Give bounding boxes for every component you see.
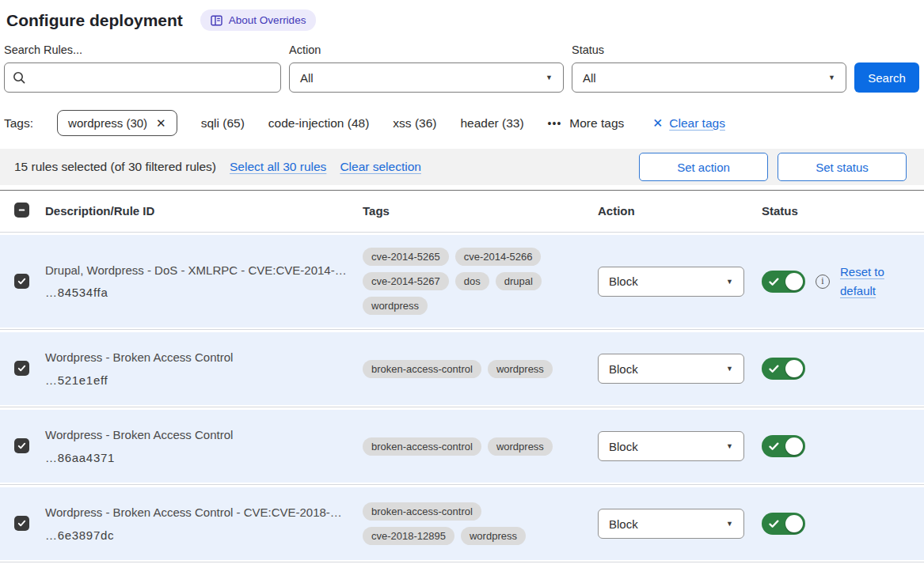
tag-pill: wordpress xyxy=(488,360,553,378)
tags-label: Tags: xyxy=(4,116,33,131)
rule-action-select[interactable]: Block ▼ xyxy=(598,354,744,384)
search-box[interactable] xyxy=(4,62,281,93)
table-row: Wordpress - Broken Access Control …86aa4… xyxy=(0,410,924,483)
rule-description: Wordpress - Broken Access Control xyxy=(45,428,349,443)
row-checkbox[interactable] xyxy=(14,361,29,376)
page-title: Configure deployment xyxy=(6,11,183,30)
ellipsis-icon: ••• xyxy=(548,117,562,130)
search-rules-label: Search Rules... xyxy=(4,44,281,56)
rule-action-select[interactable]: Block ▼ xyxy=(598,509,744,539)
rule-action-value: Block xyxy=(609,362,638,376)
tag-pill: wordpress xyxy=(461,527,526,545)
chevron-down-icon: ▼ xyxy=(726,278,733,286)
tag-option-code-injection[interactable]: code-injection (48) xyxy=(268,116,370,131)
selection-bar: 15 rules selected (of 30 filtered rules)… xyxy=(0,149,924,185)
row-checkbox[interactable] xyxy=(14,274,29,289)
toggle-knob xyxy=(785,360,803,377)
column-header-status: Status xyxy=(756,204,924,218)
info-icon[interactable]: i xyxy=(816,275,830,289)
set-action-button[interactable]: Set action xyxy=(639,153,768,181)
clear-tags-link[interactable]: ✕ Clear tags xyxy=(652,116,725,131)
status-filter-select[interactable]: All ▼ xyxy=(572,62,846,93)
chevron-down-icon: ▼ xyxy=(726,365,733,373)
table-row: Wordpress - Broken Access Control - CVE:… xyxy=(0,487,924,560)
tag-pill: wordpress xyxy=(363,297,428,315)
status-toggle[interactable] xyxy=(762,435,805,457)
filter-bar: Search Rules... Action All ▼ Status xyxy=(0,31,924,93)
tag-option-header[interactable]: header (33) xyxy=(460,116,523,131)
tag-pill: cve-2014-5265 xyxy=(363,248,449,266)
chevron-down-icon: ▼ xyxy=(828,74,835,81)
rule-id: …84534ffa xyxy=(45,286,349,299)
rule-tags: broken-access-controlcve-2018-12895wordp… xyxy=(363,502,562,545)
tag-pill: broken-access-control xyxy=(363,502,481,521)
clear-tags-label: Clear tags xyxy=(669,116,725,131)
search-input[interactable] xyxy=(32,70,272,85)
rules-table: Description/Rule ID Tags Action Status D… xyxy=(0,190,924,565)
row-separator xyxy=(0,483,924,487)
status-toggle[interactable] xyxy=(762,513,805,535)
column-header-action: Action xyxy=(594,204,756,218)
tag-pill: broken-access-control xyxy=(363,437,481,456)
tag-pill: cve-2014-5266 xyxy=(455,248,542,266)
selected-tag-chip[interactable]: wordpress (30) ✕ xyxy=(57,110,177,136)
tags-bar: Tags: wordpress (30) ✕ sqli (65) code-in… xyxy=(0,93,924,136)
status-toggle[interactable] xyxy=(762,271,805,293)
more-tags-button[interactable]: ••• More tags xyxy=(548,116,625,131)
configure-deployment-page: Configure deployment About Overrides Sea… xyxy=(0,0,924,568)
row-separator xyxy=(0,405,924,410)
rule-action-value: Block xyxy=(609,517,638,531)
table-row: Wordpress - Broken Access Control …521e1… xyxy=(0,332,924,405)
book-icon xyxy=(211,15,222,26)
toggle-knob xyxy=(785,515,803,532)
toggle-knob xyxy=(785,273,803,290)
search-button[interactable]: Search xyxy=(854,62,919,93)
close-icon: ✕ xyxy=(652,116,663,131)
select-all-checkbox[interactable] xyxy=(14,203,29,218)
rule-action-value: Block xyxy=(609,440,638,453)
status-filter-label: Status xyxy=(572,44,846,56)
rule-id: …521e1eff xyxy=(45,373,349,387)
column-header-tags: Tags xyxy=(360,204,594,218)
tag-pill: drupal xyxy=(496,272,542,290)
chevron-down-icon: ▼ xyxy=(546,74,553,81)
table-header-row: Description/Rule ID Tags Action Status xyxy=(0,191,924,230)
row-separator xyxy=(0,230,924,235)
rule-description: Wordpress - Broken Access Control xyxy=(45,350,349,365)
toggle-knob xyxy=(785,437,803,455)
tag-pill: cve-2014-5267 xyxy=(363,272,449,290)
rule-action-value: Block xyxy=(609,275,638,288)
rule-tags: cve-2014-5265cve-2014-5266cve-2014-5267d… xyxy=(363,248,562,315)
status-toggle[interactable] xyxy=(762,358,805,380)
tag-pill: wordpress xyxy=(488,437,553,456)
tag-option-sqli[interactable]: sqli (65) xyxy=(201,116,245,131)
table-row: Drupal, Wordpress - DoS - XMLRPC - CVE:C… xyxy=(0,235,924,328)
set-status-button[interactable]: Set status xyxy=(778,153,907,181)
action-filter-value: All xyxy=(300,71,314,85)
rules-table-body: Drupal, Wordpress - DoS - XMLRPC - CVE:C… xyxy=(0,230,924,565)
table-bottom-separator xyxy=(0,560,924,565)
action-filter-label: Action xyxy=(289,44,564,56)
selected-tag-label: wordpress (30) xyxy=(68,116,147,130)
reset-to-default-link[interactable]: Reset to default xyxy=(840,263,892,300)
column-header-description: Description/Rule ID xyxy=(45,204,360,218)
rule-action-select[interactable]: Block ▼ xyxy=(598,267,744,297)
remove-tag-icon[interactable]: ✕ xyxy=(156,117,166,129)
page-header: Configure deployment About Overrides xyxy=(0,0,924,31)
rule-id: …86aa4371 xyxy=(45,451,349,464)
about-overrides-label: About Overrides xyxy=(229,14,306,26)
rule-tags: broken-access-controlwordpress xyxy=(363,437,562,456)
rule-description: Drupal, Wordpress - DoS - XMLRPC - CVE:C… xyxy=(45,263,349,278)
tag-pill: cve-2018-12895 xyxy=(363,527,454,545)
rule-tags: broken-access-controlwordpress xyxy=(363,360,562,378)
tag-pill: dos xyxy=(455,272,489,290)
chevron-down-icon: ▼ xyxy=(726,520,733,528)
about-overrides-badge[interactable]: About Overrides xyxy=(200,9,317,31)
clear-selection-link[interactable]: Clear selection xyxy=(340,160,421,174)
row-checkbox[interactable] xyxy=(14,516,29,531)
action-filter-select[interactable]: All ▼ xyxy=(289,62,564,93)
select-all-rules-link[interactable]: Select all 30 rules xyxy=(230,160,326,174)
rule-action-select[interactable]: Block ▼ xyxy=(598,431,744,461)
row-checkbox[interactable] xyxy=(14,438,29,453)
tag-option-xss[interactable]: xss (36) xyxy=(393,116,436,131)
